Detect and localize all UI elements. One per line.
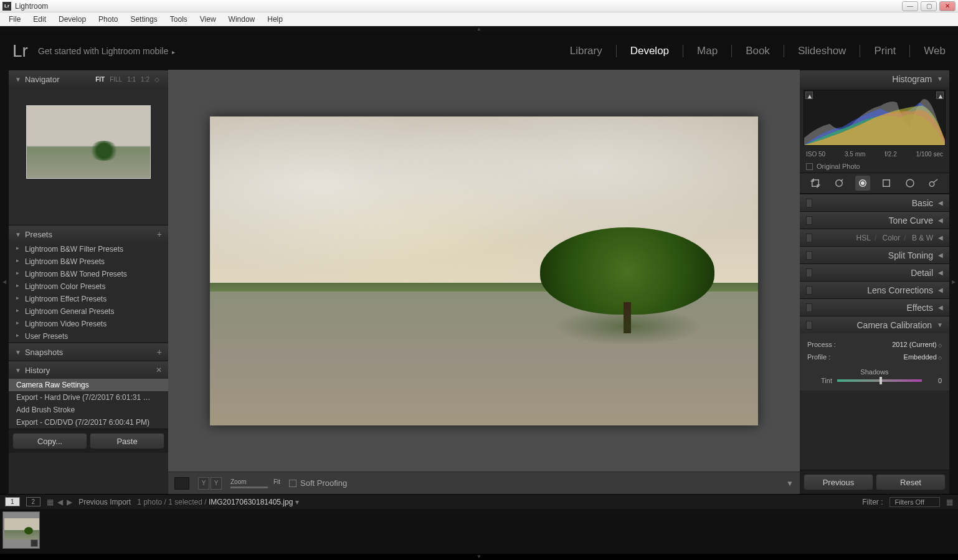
zoom-fit[interactable]: FIT	[95, 76, 105, 83]
shadow-clip-icon[interactable]: ▲	[805, 92, 813, 99]
color-tab[interactable]: Color	[883, 234, 901, 242]
menu-develop[interactable]: Develop	[52, 14, 92, 25]
detail-header[interactable]: Detail◀	[800, 263, 949, 281]
zoom-1-1[interactable]: 1:1	[127, 76, 136, 83]
right-panel-toggle[interactable]: ▶	[949, 70, 958, 494]
zoom-1-2[interactable]: 1:2	[141, 76, 149, 83]
menu-edit[interactable]: Edit	[27, 14, 52, 25]
history-item[interactable]: Export - CD/DVD (7/2/2017 6:00:41 PM)	[9, 416, 168, 429]
menu-settings[interactable]: Settings	[124, 14, 163, 25]
filename: IMG20170630181405.jpg	[209, 498, 293, 506]
zoom-more-icon[interactable]: ◇	[154, 76, 159, 83]
monitor-2-badge[interactable]: 2	[26, 497, 41, 506]
tint-slider[interactable]: Tint 0	[807, 376, 942, 386]
module-web[interactable]: Web	[924, 42, 946, 60]
filmstrip-thumbnail[interactable]	[2, 511, 40, 549]
menu-window[interactable]: Window	[222, 14, 262, 25]
adjustment-brush-icon[interactable]	[926, 176, 941, 191]
maximize-button[interactable]: ▢	[921, 1, 937, 11]
crop-tool-icon[interactable]	[808, 176, 823, 191]
zoom-fill[interactable]: FILL	[110, 76, 122, 83]
grid-view-icon[interactable]: ▦	[47, 498, 54, 506]
get-started-link[interactable]: Get started with Lightroom mobile	[38, 46, 175, 56]
presets-header[interactable]: ▼ Presets +	[9, 225, 168, 243]
preset-folder[interactable]: Lightroom General Presets	[9, 305, 168, 318]
redeye-tool-icon[interactable]	[855, 176, 870, 191]
toolbar-menu-icon[interactable]: ▼	[786, 479, 794, 488]
original-photo-toggle[interactable]: Original Photo	[800, 160, 949, 173]
filter-lock-icon[interactable]: ▦	[946, 498, 953, 506]
preset-folder[interactable]: Lightroom Effect Presets	[9, 293, 168, 305]
process-dropdown[interactable]: 2012 (Current)	[892, 341, 942, 348]
snapshots-header[interactable]: ▼ Snapshots +	[9, 343, 168, 361]
menu-tools[interactable]: Tools	[164, 14, 194, 25]
photo-preview[interactable]	[210, 116, 758, 425]
module-slideshow[interactable]: Slideshow	[798, 42, 847, 60]
navigator-thumbnail[interactable]	[26, 105, 151, 179]
bottom-panel-toggle[interactable]: ▼	[0, 554, 958, 560]
history-item[interactable]: Add Brush Stroke	[9, 404, 168, 416]
histogram-display[interactable]: ▲ ▲	[804, 90, 946, 146]
history-item[interactable]: Export - Hard Drive (7/2/2017 6:01:31 …	[9, 391, 168, 404]
history-header[interactable]: ▼ History ✕	[9, 361, 168, 379]
histogram-header[interactable]: Histogram ▼	[800, 70, 949, 87]
left-panel-toggle[interactable]: ◀	[0, 70, 9, 494]
zoom-control[interactable]: Zoom Fit	[230, 478, 280, 488]
clear-history-icon[interactable]: ✕	[156, 366, 162, 374]
module-map[interactable]: Map	[697, 42, 718, 60]
lens-corrections-header[interactable]: Lens Corrections◀	[800, 281, 949, 298]
module-develop[interactable]: Develop	[630, 42, 669, 60]
effects-header[interactable]: Effects◀	[800, 298, 949, 316]
nav-back-icon[interactable]: ◀	[57, 498, 63, 506]
canvas[interactable]	[168, 70, 800, 472]
navigator-header[interactable]: ▼ Navigator FIT FILL 1:1 1:2 ◇	[9, 70, 168, 88]
menu-view[interactable]: View	[194, 14, 222, 25]
split-toning-header[interactable]: Split Toning◀	[800, 246, 949, 263]
radial-filter-icon[interactable]	[903, 176, 918, 191]
graduated-filter-icon[interactable]	[879, 176, 894, 191]
loupe-view-icon[interactable]	[174, 477, 189, 490]
preset-folder[interactable]: Lightroom B&W Toned Presets	[9, 268, 168, 280]
preset-folder[interactable]: Lightroom B&W Filter Presets	[9, 243, 168, 255]
camera-calibration-header[interactable]: Camera Calibration▼	[800, 316, 949, 333]
close-button[interactable]: ✕	[939, 1, 956, 11]
paste-button[interactable]: Paste	[90, 433, 164, 449]
checkbox-icon[interactable]	[806, 163, 813, 170]
module-print[interactable]: Print	[874, 42, 896, 60]
preset-folder[interactable]: Lightroom B&W Presets	[9, 255, 168, 268]
history-item[interactable]: Camera Raw Settings	[9, 379, 168, 391]
tone-curve-header[interactable]: Tone Curve◀	[800, 211, 949, 229]
preset-folder[interactable]: User Presets	[9, 330, 168, 343]
previous-button[interactable]: Previous	[804, 474, 873, 490]
checkbox-icon[interactable]	[289, 480, 296, 487]
profile-dropdown[interactable]: Embedded	[904, 353, 942, 361]
copy-button[interactable]: Copy...	[12, 433, 87, 449]
module-library[interactable]: Library	[570, 42, 602, 60]
top-panel-toggle[interactable]: ▲	[0, 26, 958, 32]
basic-header[interactable]: Basic◀	[800, 194, 949, 211]
add-preset-icon[interactable]: +	[157, 229, 162, 239]
menu-photo[interactable]: Photo	[92, 14, 124, 25]
highlight-clip-icon[interactable]: ▲	[936, 92, 944, 99]
soft-proofing-toggle[interactable]: Soft Proofing	[289, 478, 347, 488]
tint-value[interactable]: 0	[927, 377, 942, 384]
bw-tab[interactable]: B & W	[912, 234, 933, 242]
before-after-toggle[interactable]: YY	[198, 477, 222, 490]
nav-forward-icon[interactable]: ▶	[67, 498, 72, 506]
module-book[interactable]: Book	[746, 42, 770, 60]
spot-removal-icon[interactable]	[832, 176, 847, 191]
preset-folder[interactable]: Lightroom Color Presets	[9, 280, 168, 293]
source-label[interactable]: Previous Import	[78, 498, 131, 506]
preset-folder[interactable]: Lightroom Video Presets	[9, 318, 168, 330]
hsl-header[interactable]: HSL/ Color/ B & W ◀	[800, 229, 949, 246]
monitor-1-badge[interactable]: 1	[5, 497, 20, 506]
reset-button[interactable]: Reset	[876, 474, 946, 490]
add-snapshot-icon[interactable]: +	[157, 347, 162, 357]
minimize-button[interactable]: —	[902, 1, 918, 11]
filter-dropdown[interactable]: Filters Off	[889, 497, 940, 507]
menu-file[interactable]: File	[2, 14, 27, 25]
filmstrip[interactable]	[0, 509, 958, 554]
filename-menu-icon[interactable]: ▾	[295, 498, 299, 506]
hsl-tab[interactable]: HSL	[856, 234, 871, 242]
menu-help[interactable]: Help	[261, 14, 289, 25]
